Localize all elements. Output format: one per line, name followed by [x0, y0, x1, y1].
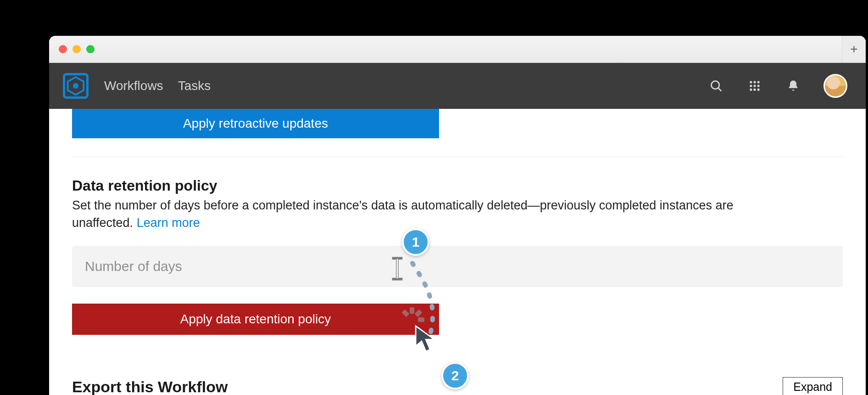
navbar: Workflows Tasks: [49, 63, 866, 109]
step-badge-1: 1: [402, 228, 429, 256]
titlebar: +: [49, 36, 866, 63]
expand-button[interactable]: Expand: [783, 377, 843, 395]
minimize-window-button[interactable]: [72, 45, 81, 53]
svg-point-11: [757, 89, 760, 91]
svg-rect-15: [397, 259, 398, 279]
traffic-lights: [59, 45, 95, 53]
svg-line-2: [718, 88, 721, 91]
text-cursor-icon: [389, 257, 405, 281]
avatar[interactable]: [823, 74, 847, 98]
svg-point-4: [753, 81, 756, 83]
divider: [72, 157, 843, 157]
notifications-icon[interactable]: [783, 76, 803, 96]
svg-point-9: [750, 89, 752, 91]
step-badge-2: 2: [441, 362, 469, 389]
fullscreen-window-button[interactable]: [86, 45, 95, 53]
pointer-cursor-icon: [413, 324, 440, 355]
svg-point-6: [750, 85, 752, 87]
svg-point-5: [757, 81, 760, 83]
svg-point-7: [753, 85, 756, 87]
svg-point-3: [750, 81, 752, 83]
svg-point-0: [73, 83, 78, 89]
nav-workflows[interactable]: Workflows: [104, 79, 163, 93]
nav-tasks[interactable]: Tasks: [178, 79, 211, 93]
export-title: Export this Workflow: [72, 378, 228, 395]
svg-point-1: [711, 81, 719, 89]
app-logo[interactable]: [63, 73, 89, 99]
retention-description: Set the number of days before a complete…: [72, 197, 797, 232]
apply-retention-button[interactable]: Apply data retention policy: [72, 304, 439, 335]
new-tab-button[interactable]: +: [842, 36, 866, 62]
close-window-button[interactable]: [59, 45, 67, 53]
retention-title: Data retention policy: [72, 177, 843, 194]
svg-point-10: [753, 89, 756, 91]
apps-grid-icon[interactable]: [745, 76, 765, 96]
search-icon[interactable]: [706, 76, 726, 96]
hexagon-icon: [65, 73, 86, 99]
step-path-icon: [401, 254, 465, 373]
svg-point-8: [757, 85, 760, 87]
apply-retroactive-button[interactable]: Apply retroactive updates: [72, 109, 439, 138]
learn-more-link[interactable]: Learn more: [137, 216, 200, 230]
